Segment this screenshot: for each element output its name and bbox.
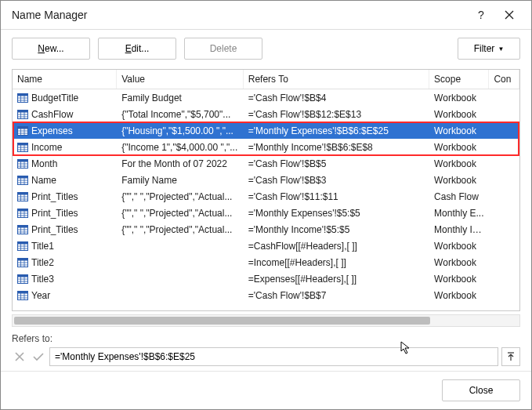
refers-cell: ='Monthly Income'!$5:$5 [244, 224, 429, 235]
table-row[interactable]: BudgetTitleFamily Budget='Cash Flow'!$B$… [13, 89, 519, 106]
table-icon [17, 176, 28, 185]
svg-rect-55 [18, 241, 28, 244]
table-row[interactable]: Title1=CashFlow[[#Headers],[ ]]Workbook [13, 238, 519, 254]
table-icon [17, 143, 28, 152]
refers-cell: ='Monthly Expenses'!$5:$5 [244, 208, 429, 219]
refers-cell: =CashFlow[[#Headers],[ ]] [244, 241, 429, 252]
close-icon[interactable] [495, 5, 523, 24]
svg-rect-7 [18, 110, 28, 112]
name-cell: Print_Titles [31, 208, 78, 219]
table-row[interactable]: Name Family Name='Cash Flow'!$B$3Workboo… [13, 172, 519, 188]
value-cell: Family Budget [117, 93, 244, 103]
table-icon [17, 291, 28, 300]
table-icon [17, 274, 28, 284]
table-icon [17, 258, 28, 267]
scope-cell: Workbook [429, 109, 489, 120]
chevron-down-icon: ▼ [498, 45, 504, 53]
svg-rect-31 [18, 176, 28, 178]
toolbar: New... Edit... Delete Filter ▼ [1, 30, 531, 63]
svg-rect-25 [18, 159, 28, 161]
value-cell: {""," ","Projected","Actual... [117, 191, 244, 202]
svg-rect-67 [18, 274, 28, 277]
table-icon [17, 241, 28, 251]
col-name[interactable]: Name [13, 70, 117, 89]
svg-rect-37 [18, 192, 28, 194]
delete-button[interactable]: Delete [184, 38, 262, 60]
svg-rect-61 [18, 258, 28, 260]
refers-cell: ='Monthly Income'!$B$6:$E$8 [244, 142, 429, 153]
svg-rect-19 [18, 143, 28, 145]
scope-cell: Workbook [429, 142, 489, 153]
name-cell: Print_Titles [31, 191, 78, 202]
scope-cell: Workbook [429, 241, 489, 252]
table-icon [17, 192, 28, 201]
name-cell: Print_Titles [31, 224, 78, 235]
table-row[interactable]: Title2=Income[[#Headers],[ ]]Workbook [13, 254, 519, 270]
scope-cell: Workbook [429, 125, 489, 136]
expand-refedit-button[interactable] [501, 347, 520, 366]
footer: Close [1, 371, 531, 409]
confirm-edit-icon[interactable] [31, 348, 46, 365]
value-cell: {"Total Income","$5,700"... [117, 109, 244, 120]
horizontal-scrollbar[interactable] [12, 314, 520, 327]
table-row[interactable]: Print_Titles{""," ","Projected","Actual.… [13, 205, 519, 221]
name-cell: Month [31, 158, 57, 169]
value-cell: {""," ","Projected","Actual... [117, 224, 244, 235]
scope-cell: Workbook [429, 274, 489, 285]
table-row[interactable]: Title3=Expenses[[#Headers],[ ]]Workbook [13, 270, 519, 287]
scope-cell: Workbook [429, 257, 489, 268]
svg-rect-1 [18, 93, 28, 96]
col-refers[interactable]: Refers To [244, 70, 429, 89]
table-icon [17, 225, 28, 234]
filter-button[interactable]: Filter ▼ [458, 38, 520, 60]
name-cell: Year [31, 290, 50, 301]
help-button[interactable]: ? [467, 5, 495, 24]
col-value[interactable]: Value [117, 70, 244, 89]
name-cell: CashFlow [31, 109, 73, 120]
refers-cell: ='Cash Flow'!$B$5 [244, 158, 429, 169]
svg-rect-13 [18, 126, 28, 129]
scope-cell: Cash Flow [429, 191, 489, 202]
scope-cell: Workbook [429, 158, 489, 169]
scope-cell: Workbook [429, 175, 489, 186]
table-icon [17, 126, 28, 136]
new-button[interactable]: New... [12, 38, 90, 60]
refers-cell: ='Cash Flow'!$11:$11 [244, 191, 429, 202]
table-header[interactable]: Name Value Refers To Scope Con [13, 70, 519, 89]
scope-cell: Workbook [429, 93, 489, 103]
name-cell: Name [31, 175, 56, 186]
value-cell: {""," ","Projected","Actual... [117, 208, 244, 219]
table-row[interactable]: Print_Titles{""," ","Projected","Actual.… [13, 188, 519, 205]
titlebar: Name Manager ? [1, 1, 531, 30]
refers-cell: ='Cash Flow'!$B$12:$E$13 [244, 109, 429, 120]
close-button[interactable]: Close [442, 379, 520, 401]
value-cell: {"Income 1","$4,000.00 ","... [117, 142, 244, 153]
table-row[interactable]: Expenses{"Housing","$1,500.00 ","...='Mo… [13, 122, 519, 139]
name-cell: Income [31, 142, 62, 153]
refers-to-input[interactable] [49, 347, 498, 366]
refers-cell: ='Cash Flow'!$B$3 [244, 175, 429, 186]
refers-cell: ='Cash Flow'!$B$7 [244, 290, 429, 301]
svg-rect-43 [18, 209, 28, 211]
scope-cell: Monthly E... [429, 208, 489, 219]
refers-to-section: Refers to: [1, 330, 531, 346]
scope-cell: Workbook [429, 290, 489, 301]
value-cell: {"Housing","$1,500.00 ","... [117, 125, 244, 136]
col-scope[interactable]: Scope [429, 70, 489, 89]
col-comment[interactable]: Con [489, 70, 519, 89]
scrollbar-thumb[interactable] [14, 317, 430, 325]
table-row[interactable]: Year='Cash Flow'!$B$7Workbook [13, 287, 519, 303]
table-row[interactable]: Income{"Income 1","$4,000.00 ","...='Mon… [13, 139, 519, 155]
refers-cell: ='Monthly Expenses'!$B$6:$E$25 [244, 125, 429, 136]
name-cell: Expenses [31, 125, 73, 136]
table-row[interactable]: Print_Titles{""," ","Projected","Actual.… [13, 221, 519, 238]
name-manager-dialog: Name Manager ? New... Edit... Delete Fil… [0, 0, 532, 410]
refers-cell: ='Cash Flow'!$B$4 [244, 93, 429, 103]
table-row[interactable]: CashFlow{"Total Income","$5,700"...='Cas… [13, 106, 519, 122]
value-cell: For the Month of 07 2022 [117, 158, 244, 169]
name-cell: BudgetTitle [31, 93, 78, 103]
cancel-edit-icon[interactable] [12, 348, 27, 365]
table-row[interactable]: Month For the Month of 07 2022='Cash Flo… [13, 155, 519, 172]
edit-button[interactable]: Edit... [98, 38, 176, 60]
names-table: Name Value Refers To Scope Con BudgetTit… [12, 69, 520, 311]
